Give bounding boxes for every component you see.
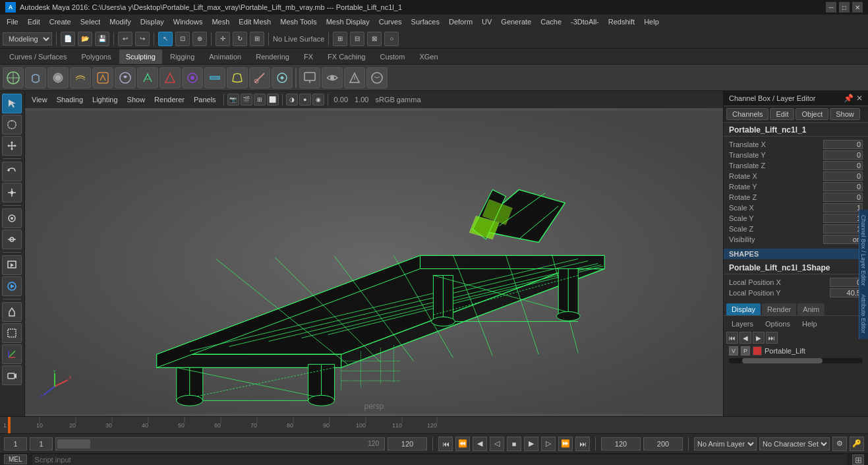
menu-help[interactable]: Help	[640, 16, 663, 27]
timeline-range-thumb[interactable]	[57, 439, 90, 449]
shelf-display4[interactable]	[366, 67, 388, 88]
attr-input-ty[interactable]	[823, 150, 863, 160]
axis-lt[interactable]	[2, 344, 22, 364]
redo-button[interactable]: ↪	[135, 32, 150, 46]
menu-curves[interactable]: Curves	[375, 16, 406, 27]
tab-animation[interactable]: Animation	[202, 49, 248, 64]
menu-create[interactable]: Create	[45, 16, 75, 27]
edit-btn[interactable]: Edit	[770, 108, 794, 120]
step-fwd-btn[interactable]: ⏩	[558, 437, 573, 451]
menu-mesh-tools[interactable]: Mesh Tools	[276, 16, 320, 27]
char-set-select[interactable]: No Character Set	[759, 437, 830, 450]
current-frame-input[interactable]: 1	[4, 437, 27, 450]
vp-shading-btn1[interactable]: ◑	[286, 94, 298, 106]
attr-input-vis[interactable]	[823, 235, 863, 244]
menu-mesh[interactable]: Mesh	[208, 16, 233, 27]
scale-tool-lt[interactable]	[2, 183, 22, 202]
layer-nav-prev[interactable]: ◀	[739, 332, 751, 344]
vp-camera-btn[interactable]: 📷	[227, 94, 239, 106]
menu-select[interactable]: Select	[76, 16, 105, 27]
anim-layer-select[interactable]: No Anim Layer	[694, 437, 757, 450]
ipr-lt[interactable]	[2, 276, 22, 296]
anim-end-input[interactable]	[601, 437, 641, 450]
rotate-tool-button[interactable]: ↻	[233, 32, 247, 46]
vp-menu-shading[interactable]: Shading	[53, 94, 87, 105]
shelf-display1[interactable]	[299, 67, 320, 88]
vp-shading-btn2[interactable]: ●	[299, 94, 311, 106]
lasso-select-button[interactable]: ⊡	[175, 32, 190, 46]
layer-scrollbar[interactable]	[729, 358, 863, 363]
close-button[interactable]: ✕	[852, 2, 863, 13]
vp-menu-panels[interactable]: Panels	[190, 94, 220, 105]
lasso-tool-lt[interactable]	[2, 115, 22, 135]
mel-input[interactable]	[32, 454, 847, 465]
shelf-relax-tool[interactable]	[3, 67, 24, 88]
prev-frame-btn[interactable]: ◀	[473, 437, 487, 451]
rotate-tool-lt[interactable]	[2, 162, 22, 181]
new-scene-button[interactable]: 📄	[61, 32, 75, 46]
shelf-sculpt6[interactable]	[204, 67, 225, 88]
layer-visibility-toggle[interactable]: V	[729, 346, 738, 356]
attr-input-lpx[interactable]	[830, 278, 863, 287]
tab-fx-caching[interactable]: FX Caching	[321, 49, 372, 64]
shelf-flatten-tool[interactable]	[70, 67, 91, 88]
options-menu[interactable]: Options	[760, 319, 796, 329]
object-btn[interactable]: Object	[796, 108, 828, 120]
layer-nav-first[interactable]: ⏮	[726, 332, 738, 344]
shelf-display3[interactable]	[344, 67, 365, 88]
move-tool-lt[interactable]	[2, 136, 22, 156]
layer-nav-next[interactable]: ▶	[753, 332, 765, 344]
next-frame-btn[interactable]: ▷	[541, 437, 556, 451]
tab-sculpting[interactable]: Sculpting	[119, 49, 162, 64]
stop-btn[interactable]: ■	[507, 437, 521, 451]
shelf-grab-tool[interactable]	[25, 67, 46, 88]
go-start-btn[interactable]: ⏮	[438, 437, 453, 451]
shelf-sculpt7[interactable]	[227, 67, 248, 88]
channels-btn[interactable]: Channels	[726, 108, 768, 120]
vp-grid-btn[interactable]: ⊞	[254, 94, 266, 106]
save-file-button[interactable]: 💾	[95, 32, 109, 46]
frame-start-input[interactable]: 1	[30, 437, 53, 450]
shelf-sculpt3[interactable]	[137, 67, 158, 88]
layer-nav-last[interactable]: ⏭	[766, 332, 778, 344]
attr-input-tx[interactable]	[823, 140, 863, 149]
frame-end-input[interactable]: 120	[388, 437, 427, 450]
menu-edit-mesh[interactable]: Edit Mesh	[235, 16, 275, 27]
renderer-btn1[interactable]: ⊞	[333, 32, 347, 46]
show-btn[interactable]: Show	[830, 108, 860, 120]
menu-generate[interactable]: Generate	[497, 16, 535, 27]
channel-box-label[interactable]: Channel Box / Layer Editor	[859, 210, 868, 292]
menu-modify[interactable]: Modify	[105, 16, 134, 27]
attr-input-lpy[interactable]	[830, 288, 863, 297]
tab-rigging[interactable]: Rigging	[163, 49, 201, 64]
renderer-btn2[interactable]: ⊟	[350, 32, 364, 46]
attr-input-sy[interactable]	[823, 214, 863, 223]
renderer-btn4[interactable]: ○	[384, 32, 399, 46]
snap-lt[interactable]	[2, 230, 22, 249]
shelf-sculpt5[interactable]	[182, 67, 203, 88]
workspace-selector[interactable]: Modeling	[3, 32, 52, 46]
menu-uv[interactable]: UV	[478, 16, 496, 27]
panel-close-btn[interactable]: ✕	[856, 94, 863, 103]
step-back-btn[interactable]: ⏪	[455, 437, 470, 451]
shelf-sculpt4[interactable]	[159, 67, 181, 88]
show-manip-lt[interactable]	[2, 208, 22, 228]
renderer-btn3[interactable]: ⊠	[367, 32, 382, 46]
go-end-btn[interactable]: ⏭	[575, 437, 590, 451]
menu-deform[interactable]: Deform	[445, 16, 477, 27]
select-tool-lt[interactable]	[2, 94, 22, 113]
render-lt[interactable]	[2, 255, 22, 275]
paint-lt[interactable]	[2, 302, 22, 322]
status-details-btn[interactable]: ⊞	[852, 454, 864, 465]
menu-edit[interactable]: Edit	[24, 16, 44, 27]
tab-fx[interactable]: FX	[297, 49, 320, 64]
shelf-sculpt2[interactable]	[115, 67, 136, 88]
open-file-button[interactable]: 📂	[78, 32, 92, 46]
play-back-btn[interactable]: ◁	[490, 437, 504, 451]
paint-select-button[interactable]: ⊕	[192, 32, 207, 46]
tab-custom[interactable]: Custom	[374, 49, 412, 64]
vp-menu-renderer[interactable]: Renderer	[150, 94, 188, 105]
vp-wireframe-btn[interactable]: ⬜	[267, 94, 279, 106]
layers-menu[interactable]: Layers	[726, 319, 759, 329]
shelf-sculpt9[interactable]	[272, 67, 293, 88]
